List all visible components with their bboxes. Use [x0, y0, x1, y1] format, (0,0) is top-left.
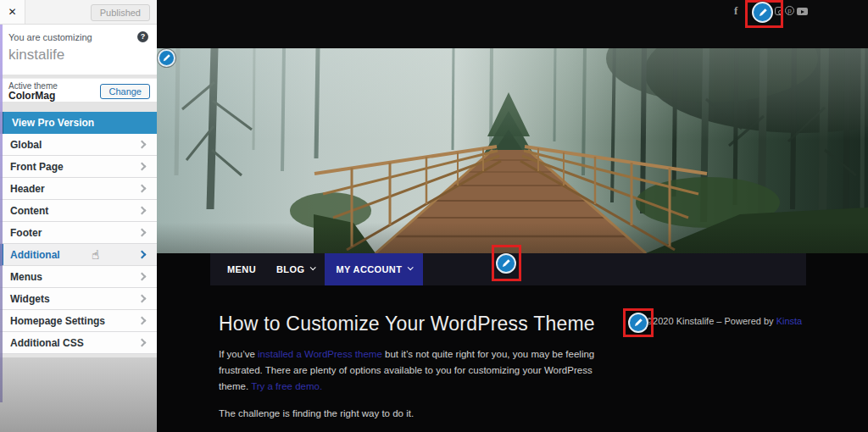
sidebar-item-additional-css[interactable]: Additional CSS	[0, 332, 157, 354]
hero-image	[157, 48, 868, 253]
edit-pencil-icon[interactable]	[628, 313, 648, 333]
nav-item-blog[interactable]: BLOG	[266, 253, 325, 285]
nav-item-label: BLOG	[276, 264, 304, 274]
close-icon[interactable]: ✕	[0, 0, 25, 24]
sidebar-item-homepage-settings[interactable]: Homepage Settings	[0, 310, 157, 332]
sidebar-item-content[interactable]: Content	[0, 200, 157, 222]
site-title: kinstalife	[8, 47, 148, 64]
footer-credit: ©2020 Kinstalife – Powered by Kinsta	[646, 316, 802, 326]
chevron-right-icon	[138, 273, 147, 281]
article: How to Customize Your WordPress Theme If…	[210, 285, 806, 432]
sidebar-item-label: Additional	[10, 249, 60, 261]
chevron-right-icon	[138, 295, 147, 303]
chevron-right-icon	[138, 339, 147, 347]
paragraph-text: If you’ve	[219, 349, 258, 359]
edit-pencil-icon[interactable]	[496, 253, 516, 274]
chevron-right-icon	[138, 317, 147, 325]
chevron-right-icon	[138, 229, 147, 237]
sidebar-item-widgets[interactable]: Widgets	[0, 288, 157, 310]
nav-item-menu[interactable]: MENU	[217, 253, 266, 285]
sidebar-item-menus[interactable]: Menus	[0, 266, 157, 288]
youtube-icon[interactable]	[797, 8, 808, 15]
pinterest-icon[interactable]: p	[785, 6, 794, 15]
active-theme-label: Active theme	[8, 81, 58, 91]
active-theme-panel: Active theme ColorMag Change	[0, 78, 157, 102]
active-theme-name: ColorMag	[8, 91, 58, 102]
nav-item-label: MY ACCOUNT	[336, 264, 402, 274]
footer-link[interactable]: Kinsta	[776, 316, 803, 326]
chevron-right-icon	[138, 163, 147, 171]
chevron-down-icon	[408, 264, 414, 270]
chevron-right-icon	[138, 207, 147, 215]
sidebar-item-label: Header	[10, 183, 45, 195]
sidebar-item-label: Content	[10, 205, 48, 217]
sidebar-item-front-page[interactable]: Front Page	[0, 156, 157, 178]
sidebar-item-label: Homepage Settings	[10, 315, 105, 327]
nav-item-my-account[interactable]: MY ACCOUNT	[325, 253, 423, 285]
sidebar-item-header[interactable]: Header	[0, 178, 157, 200]
customizer-topbar: ✕ Published	[0, 0, 157, 25]
hand-cursor-icon: ☝	[92, 247, 99, 263]
customizer-menu: GlobalFront PageHeaderContentFooterAddit…	[0, 134, 157, 354]
article-paragraph: The challenge is finding the right way t…	[219, 406, 620, 422]
chevron-right-icon	[138, 251, 147, 259]
article-paragraph: If you’ve installed a WordPress theme bu…	[219, 346, 620, 395]
chevron-right-icon	[138, 185, 147, 193]
sidebar-bottom-area	[0, 357, 157, 432]
publish-button[interactable]: Published	[91, 4, 150, 21]
wordpress-customizer-screen: ✕ Published You are customizing ? kinsta…	[0, 0, 868, 432]
sidebar-item-footer[interactable]: Footer	[0, 222, 157, 244]
sidebar-item-label: Front Page	[10, 161, 64, 173]
edit-pencil-icon[interactable]	[158, 49, 175, 67]
customizing-label: You are customizing	[8, 32, 92, 42]
article-body: If you’ve installed a WordPress theme bu…	[210, 346, 806, 432]
nav-item-label: MENU	[227, 264, 256, 274]
sidebar-item-label: Additional CSS	[10, 337, 84, 349]
divider	[0, 102, 157, 112]
sidebar-item-label: Widgets	[10, 293, 50, 305]
customizing-panel: You are customizing ? kinstalife	[0, 25, 157, 75]
paragraph-text: The challenge is finding the right way t…	[219, 408, 414, 418]
inline-link[interactable]: installed a WordPress theme	[258, 349, 382, 359]
chevron-down-icon	[310, 264, 316, 270]
footer-text: ©2020 Kinstalife – Powered by	[646, 316, 776, 326]
site-preview: f p	[157, 0, 868, 432]
sidebar-item-label: Global	[10, 139, 42, 151]
change-theme-button[interactable]: Change	[100, 84, 150, 99]
help-icon[interactable]: ?	[137, 31, 148, 42]
sidebar-item-additional[interactable]: Additional	[0, 244, 157, 266]
customizer-sidebar: ✕ Published You are customizing ? kinsta…	[0, 0, 157, 432]
edit-pencil-icon[interactable]	[752, 2, 773, 23]
sidebar-left-edge	[0, 25, 3, 402]
view-pro-version-banner[interactable]: View Pro Version	[0, 112, 157, 134]
facebook-icon[interactable]: f	[734, 4, 737, 18]
sidebar-item-label: Menus	[10, 271, 42, 283]
sidebar-item-label: Footer	[10, 227, 42, 239]
sidebar-item-global[interactable]: Global	[0, 134, 157, 156]
chevron-right-icon	[138, 141, 147, 149]
inline-link[interactable]: Try a free demo.	[251, 381, 322, 391]
